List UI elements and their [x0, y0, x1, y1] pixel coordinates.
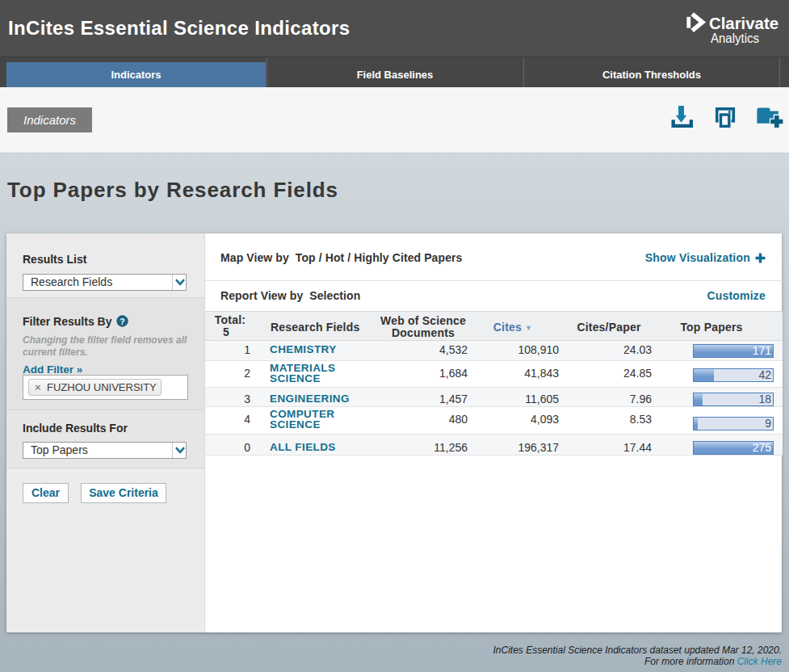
- svg-text:?: ?: [120, 317, 125, 326]
- svg-text:Clarivate: Clarivate: [709, 14, 779, 32]
- svg-text:Analytics: Analytics: [711, 31, 759, 45]
